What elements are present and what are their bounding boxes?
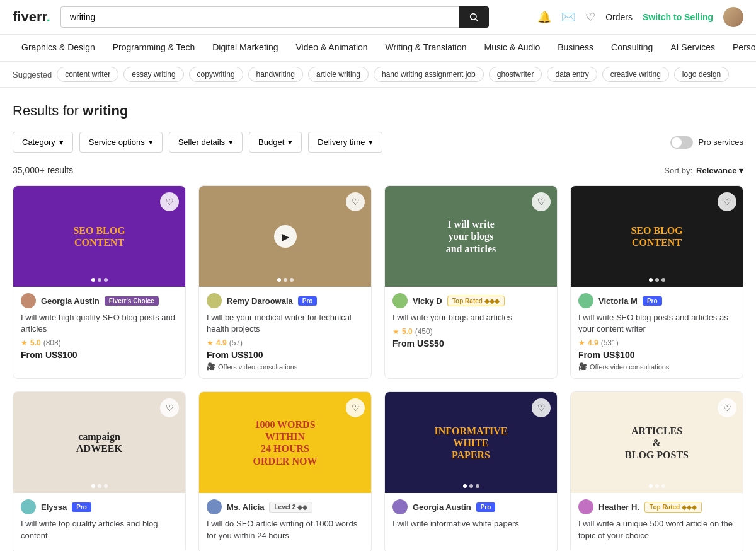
card-title-4: I will write SEO blog posts and articles… [578,312,735,335]
card-5[interactable]: campaignADWEEK♡ElyssaProI will write top… [13,392,186,551]
card-price-3: From US$50 [392,339,549,349]
card-image-7: INFORMATIVEWHITEPAPERS♡ [385,392,557,493]
video-icon: 🎥 [207,362,215,371]
favorite-button-4[interactable]: ♡ [718,192,736,211]
delivery-time-filter[interactable]: Delivery time ▾ [308,132,382,153]
favorite-button-1[interactable]: ♡ [160,192,179,211]
service-options-filter[interactable]: Service options ▾ [79,132,163,153]
card-body-1: Georgia AustinFiverr's ChoiceI will writ… [13,287,185,370]
favorite-button-2[interactable]: ♡ [346,192,365,211]
card-1[interactable]: SEO BLOGCONTENT♡Georgia AustinFiverr's C… [13,185,186,379]
card-title-3: I will write your blogs and articles [392,312,549,323]
nav-item-consulting[interactable]: Consulting [602,35,662,61]
card-price-2: From US$100 [207,350,364,360]
card-title-1: I will write high quality SEO blog posts… [21,312,178,335]
seller-name-4: Victoria M [598,296,638,306]
nav-item-programming[interactable]: Programming & Tech [104,35,203,61]
results-title: Results for writing [13,103,743,119]
card-body-4: Victoria MProI will write SEO blog posts… [571,287,743,378]
nav-item-ai[interactable]: AI Services [662,35,724,61]
favorite-button-3[interactable]: ♡ [532,192,551,211]
orders-link[interactable]: Orders [605,12,633,22]
seller-name-3: Vicky D [413,296,442,306]
user-avatar[interactable] [723,7,743,27]
toggle-knob [672,137,682,148]
nav-item-writing[interactable]: Writing & Translation [377,35,476,61]
tag-article-writing[interactable]: article writing [308,67,369,82]
seller-badge-3: Top Rated ◆◆◆ [447,296,505,306]
seller-row-6: Ms. AliciaLevel 2 ◆◆ [207,499,364,514]
seller-row-3: Vicky DTop Rated ◆◆◆ [392,293,549,308]
card-body-8: Heather H.Top Rated ◆◆◆I will write a un… [571,493,743,551]
tag-logo-design[interactable]: logo design [674,67,729,82]
budget-filter[interactable]: Budget ▾ [249,132,302,153]
card-8[interactable]: ARTICLES&BLOG POSTS♡Heather H.Top Rated … [570,392,743,551]
sort-by: Sort by: Relevance ▾ [664,166,743,175]
nav-item-growth[interactable]: Personal Growth [724,35,756,61]
seller-name-8: Heather H. [598,502,639,512]
card-7[interactable]: INFORMATIVEWHITEPAPERS♡Georgia AustinPro… [384,392,558,551]
card-4[interactable]: SEO BLOGCONTENT♡Victoria MProI will writ… [570,185,743,379]
tag-creative-writing[interactable]: creative writing [602,67,669,82]
logo-dot: . [47,9,50,25]
card-2[interactable]: ♡▶Remy DaroowalaProI will be your medica… [198,185,372,379]
rating-row-4: ★4.9(531) [578,339,735,347]
seller-badge-7: Pro [476,502,496,512]
nav-item-business[interactable]: Business [549,35,602,61]
tag-content-writer[interactable]: content writer [57,67,118,82]
pro-services-label: Pro services [698,137,743,147]
video-icon: 🎥 [578,362,587,371]
image-dots-7 [463,484,479,488]
svg-line-1 [476,19,478,21]
tag-essay-writing[interactable]: essay writing [123,67,183,82]
seller-row-4: Victoria MPro [578,293,735,308]
seller-avatar-2 [207,293,222,308]
card-6[interactable]: 1000 WORDSWITHIN24 HOURSORDER NOW♡Ms. Al… [198,392,372,551]
seller-details-filter[interactable]: Seller details ▾ [169,132,243,153]
seller-badge-8: Top Rated ◆◆◆ [644,502,702,513]
rating-row-3: ★5.0(450) [392,327,549,336]
rating-row-1: ★5.0(808) [21,339,178,347]
category-filter[interactable]: Category ▾ [13,132,73,153]
seller-badge-6: Level 2 ◆◆ [269,502,312,513]
tag-data-entry[interactable]: data entry [547,67,597,82]
card-title-6: I will do SEO article writing of 1000 wo… [207,518,364,541]
tag-handwriting-assignment[interactable]: hand writing assignment job [374,67,484,82]
rating-number-1: 5.0 [30,339,41,347]
notification-icon[interactable]: 🔔 [537,10,551,24]
switch-to-selling-button[interactable]: Switch to Selling [643,12,713,22]
card-3[interactable]: I will writeyour blogsand articles♡Vicky… [384,185,558,379]
play-button-2[interactable]: ▶ [274,225,297,248]
filter-bar: Category ▾ Service options ▾ Seller deta… [13,132,743,153]
messages-icon[interactable]: ✉️ [561,10,575,24]
results-count: 35,000+ results [13,165,73,175]
image-dots-1 [91,278,108,282]
seller-row-1: Georgia AustinFiverr's Choice [21,293,178,308]
card-body-2: Remy DaroowalaProI will be your medical … [199,287,371,378]
search-button[interactable] [459,6,489,28]
seller-row-8: Heather H.Top Rated ◆◆◆ [578,499,735,514]
nav-item-music[interactable]: Music & Audio [476,35,549,61]
nav-item-marketing[interactable]: Digital Marketing [203,35,287,61]
results-grid: SEO BLOGCONTENT♡Georgia AustinFiverr's C… [13,185,743,551]
pro-toggle-switch[interactable] [670,136,693,149]
nav-item-video[interactable]: Video & Animation [287,35,376,61]
seller-badge-2: Pro [298,296,318,306]
tag-ghostwriter[interactable]: ghostwriter [489,67,542,82]
search-input[interactable] [60,6,459,28]
favorites-icon[interactable]: ♡ [585,10,595,24]
card-title-7: I will write informative white papers [392,518,549,530]
seller-row-2: Remy DaroowalaPro [207,293,364,308]
image-dots-5 [91,484,108,488]
suggested-label: Suggested [13,70,52,79]
seller-avatar-8 [578,499,593,514]
tag-handwriting[interactable]: handwriting [248,67,303,82]
nav-item-graphics[interactable]: Graphics & Design [13,35,104,61]
card-body-6: Ms. AliciaLevel 2 ◆◆I will do SEO articl… [199,493,371,551]
tag-copywriting[interactable]: copywriting [189,67,243,82]
logo[interactable]: fiverr. [13,9,50,25]
sort-select[interactable]: Relevance ▾ [696,166,743,175]
rating-count-2: (57) [229,339,243,347]
seller-name-5: Elyssa [41,502,67,512]
star-icon-2: ★ [207,339,214,347]
